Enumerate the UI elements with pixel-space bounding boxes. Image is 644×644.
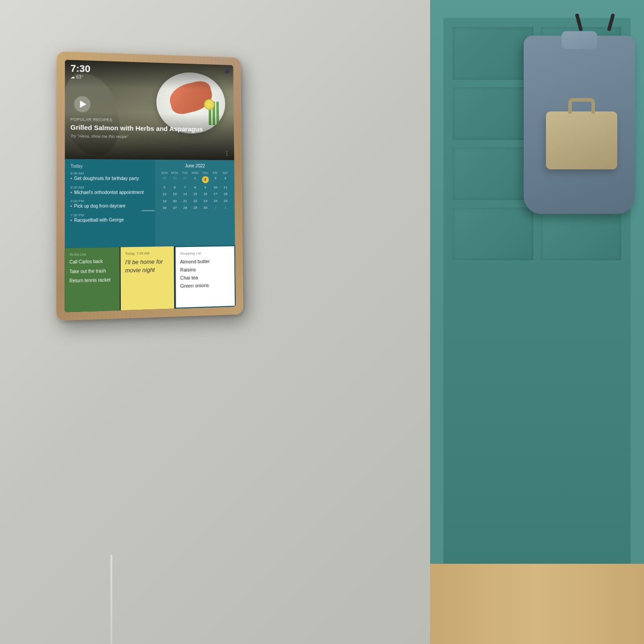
recipe-hint: Try "Alexa, show me this recipe" <box>70 134 229 140</box>
cal-day-2-jul: 2 <box>221 205 230 211</box>
cal-header-mon: MON <box>170 171 180 175</box>
cal-day-8[interactable]: 8 <box>190 185 200 191</box>
cal-day-9[interactable]: 9 <box>201 185 210 191</box>
weather-display: ☁ 63° <box>70 74 90 80</box>
power-cable <box>111 555 112 644</box>
agenda-item-2[interactable]: 9:30 AM Michael's orthodontist appointme… <box>70 185 150 195</box>
device-screen[interactable]: 7:30 ☁ 63° Popular Recipes Grilled Salmo… <box>65 60 235 312</box>
agenda-item-3[interactable]: 4:00 PM Pick up dog from daycare <box>70 199 150 209</box>
cal-day-30-may: 30 <box>170 175 180 184</box>
temperature: 63° <box>76 74 83 79</box>
cal-day-1-jul: 1 <box>211 205 221 211</box>
agenda-time-4: 7:00 PM <box>70 213 150 217</box>
cal-header-wed: WED <box>190 171 200 175</box>
cal-day-30[interactable]: 30 <box>201 205 210 211</box>
cal-day-21[interactable]: 21 <box>180 198 190 204</box>
lemon-decoration <box>204 99 215 110</box>
cal-day-14[interactable]: 14 <box>180 191 190 197</box>
cal-header-tue: TUE <box>180 171 190 175</box>
more-options-button[interactable]: ⋮ <box>224 150 230 157</box>
shopping-label: Shopping List <box>180 250 230 255</box>
camera-dot <box>225 68 230 74</box>
agenda-time-2: 9:30 AM <box>70 185 150 189</box>
floor-decoration <box>430 564 644 644</box>
clock-display: 7:30 <box>70 64 90 74</box>
cal-day-13[interactable]: 13 <box>170 191 180 197</box>
cal-day-26[interactable]: 26 <box>160 205 169 212</box>
cal-day-20[interactable]: 20 <box>170 198 180 205</box>
cal-header-sun: SUN <box>160 171 169 175</box>
cal-day-15[interactable]: 15 <box>190 191 200 197</box>
note-widget[interactable]: Today, 7:20 AM I'll be home for movie ni… <box>121 246 174 311</box>
todo-label: To-Do List <box>70 252 115 257</box>
hook-left <box>575 13 583 32</box>
cal-day-19[interactable]: 19 <box>160 198 169 205</box>
cal-day-23[interactable]: 23 <box>201 198 210 204</box>
cal-day-27[interactable]: 27 <box>170 205 180 211</box>
play-icon <box>80 101 86 108</box>
door-sub-panel-7 <box>452 207 534 261</box>
play-button[interactable] <box>74 96 90 112</box>
hero-section[interactable]: 7:30 ☁ 63° Popular Recipes Grilled Salmo… <box>65 60 234 160</box>
todo-item-2[interactable]: Take out the trash <box>70 268 115 275</box>
agenda-item-1[interactable]: 8:00 AM Get doughnuts for birthday party <box>70 171 150 181</box>
todo-widget[interactable]: To-Do List Call Carlos back Take out the… <box>65 247 120 312</box>
door-sub-panel-8 <box>541 207 622 261</box>
door-panel <box>430 0 644 644</box>
cal-day-12[interactable]: 12 <box>160 191 169 197</box>
todo-item-1[interactable]: Call Carlos back <box>70 258 115 265</box>
cal-day-1[interactable]: 1 <box>190 175 200 184</box>
agenda-event-1: Get doughnuts for birthday party <box>70 176 150 182</box>
bag-strap <box>568 98 595 114</box>
cal-day-today[interactable]: 2 <box>201 175 210 184</box>
cal-day-18[interactable]: 18 <box>221 191 230 197</box>
cal-day-17[interactable]: 17 <box>211 191 221 197</box>
agenda-event-4: Racquetball with George <box>70 217 150 223</box>
shopping-item-1[interactable]: Almond butter <box>180 258 230 264</box>
note-timestamp: Today, 7:20 AM <box>125 251 170 256</box>
recipe-overlay: Popular Recipes Grilled Salmon with Herb… <box>65 111 234 160</box>
agenda-panel: Today 8:00 AM Get doughnuts for birthday… <box>65 159 155 248</box>
agenda-item-4[interactable]: 7:00 PM Racquetball with George <box>70 213 150 223</box>
cal-header-sat: SAT <box>221 171 230 175</box>
recipe-title: Grilled Salmon with Herbs and Asparagus <box>70 123 229 134</box>
door-sub-panel-3 <box>452 87 534 140</box>
echo-show-device: 7:30 ☁ 63° Popular Recipes Grilled Salmo… <box>56 51 243 320</box>
cal-day-25[interactable]: 25 <box>221 198 230 204</box>
calendar-header: June 2022 <box>160 163 230 168</box>
weather-icon: ☁ <box>70 74 76 79</box>
hook-right <box>607 13 615 32</box>
recipe-category: Popular Recipes <box>70 117 229 124</box>
agenda-time-1: 8:00 AM <box>70 171 150 176</box>
widgets-section: To-Do List Call Carlos back Take out the… <box>65 245 235 312</box>
scroll-indicator <box>142 210 155 211</box>
cal-day-7[interactable]: 7 <box>180 185 190 191</box>
agenda-event-3: Pick up dog from daycare <box>70 203 150 209</box>
cal-day-22[interactable]: 22 <box>190 198 200 204</box>
cal-day-16[interactable]: 16 <box>201 191 210 197</box>
cal-day-10[interactable]: 10 <box>210 185 220 191</box>
todo-item-3[interactable]: Return tennis racket <box>70 277 115 284</box>
cal-day-3[interactable]: 3 <box>210 175 220 184</box>
cal-day-11[interactable]: 11 <box>221 185 230 191</box>
shopping-widget[interactable]: Shopping List Almond butter Raisins Chai… <box>175 245 236 308</box>
cal-header-fri: FRI <box>210 171 220 175</box>
cal-day-24[interactable]: 24 <box>211 198 221 204</box>
cal-day-29-may: 29 <box>160 175 169 184</box>
calendar-month-year: June 2022 <box>185 164 205 168</box>
cal-header-thu: THU <box>201 171 210 175</box>
cal-day-31-may: 31 <box>180 175 190 184</box>
cal-day-5[interactable]: 5 <box>160 185 169 191</box>
shopping-item-4[interactable]: Green onions <box>180 282 230 289</box>
agenda-event-2: Michael's orthodontist appointment <box>70 190 150 196</box>
cal-day-28[interactable]: 28 <box>180 205 190 211</box>
schedule-section: Today 8:00 AM Get doughnuts for birthday… <box>65 159 235 248</box>
shopping-item-3[interactable]: Chai tea <box>180 274 230 281</box>
cal-day-29[interactable]: 29 <box>190 205 200 211</box>
calendar-grid: SUN MON TUE WED THU FRI SAT 29 30 31 1 2… <box>160 171 230 211</box>
shopping-item-2[interactable]: Raisins <box>180 266 230 272</box>
door-sub-panel-1 <box>452 27 534 80</box>
cal-day-6[interactable]: 6 <box>170 185 180 191</box>
cal-day-4[interactable]: 4 <box>221 175 230 184</box>
top-bar: 7:30 ☁ 63° <box>65 60 234 91</box>
